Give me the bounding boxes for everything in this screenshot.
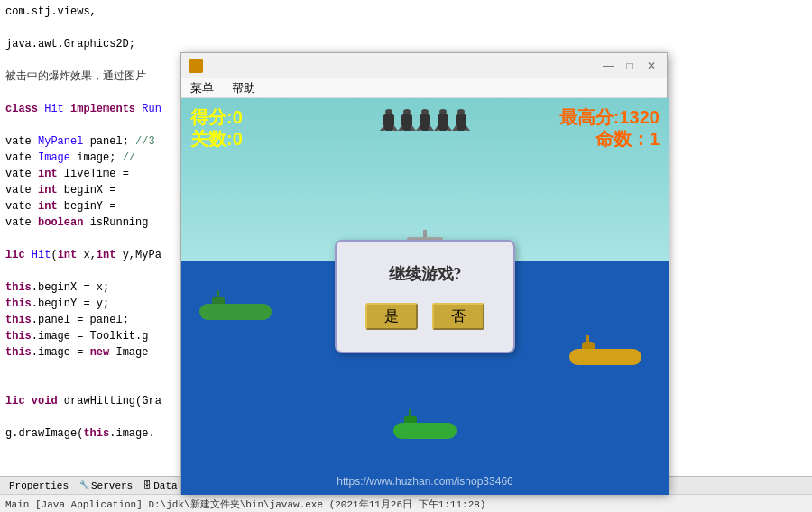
game-icon	[189, 59, 203, 73]
code-line: lic Hit(int x,int y,MyPa	[5, 247, 175, 263]
code-line: vate boolean isRunning	[5, 215, 175, 231]
tab-properties[interactable]: Properties	[4, 479, 74, 493]
window-controls: — □ ✕	[600, 58, 660, 74]
code-line: java.awt.Graphics2D;	[5, 36, 175, 52]
code-line	[5, 409, 175, 425]
code-line: class Hit implements Run	[5, 101, 175, 117]
dialog-no-button[interactable]: 否	[432, 303, 484, 330]
code-line	[5, 20, 175, 36]
game-canvas: 得分:0 关数:0 最高分:1320 命数：1	[181, 98, 669, 495]
bombs-row	[382, 109, 468, 134]
bomb-5	[454, 109, 468, 134]
code-line: this.image = new Image	[5, 344, 175, 361]
hud-lives: 命数：1	[595, 127, 660, 151]
code-line	[5, 361, 175, 377]
watermark: https://www.huzhan.com/ishop33466	[337, 475, 512, 488]
submarine-green	[199, 297, 272, 324]
status-info: Main [Java Application] D:\jdk\新建文件夹\bin…	[0, 495, 812, 512]
dialog-yes-button[interactable]: 是	[365, 303, 418, 330]
code-line: this.panel = panel;	[5, 312, 175, 328]
code-line	[5, 52, 175, 69]
bomb-3	[418, 109, 432, 134]
code-line: vate int beginX =	[5, 182, 175, 198]
code-line: this.beginX = x;	[5, 279, 175, 296]
bomb-4	[436, 109, 450, 134]
minimize-button[interactable]: —	[600, 58, 616, 74]
code-line: 被击中的爆炸效果，通过图片	[5, 69, 175, 85]
menu-help[interactable]: 帮助	[228, 78, 259, 98]
code-line: g.drawImage(this.image.	[5, 425, 175, 442]
code-line: vate Image image; //	[5, 150, 175, 166]
submarine-yellow	[569, 342, 641, 369]
hud-highscore: 最高分:1320	[559, 105, 660, 130]
dialog-buttons: 是 否	[365, 303, 484, 330]
dialog-box: 继续游戏? 是 否	[335, 240, 515, 353]
code-line: lic void drawHitting(Gra	[5, 393, 175, 409]
code-line	[5, 85, 175, 101]
code-line: this.image = Toolkit.g	[5, 328, 175, 344]
hud-level: 关数:0	[190, 127, 243, 151]
bomb-1	[382, 109, 396, 134]
code-line	[5, 117, 175, 133]
game-titlebar: — □ ✕	[181, 53, 667, 78]
code-line: vate int liveTime =	[5, 166, 175, 182]
code-line: this.beginY = y;	[5, 296, 175, 312]
menu-game[interactable]: 菜单	[187, 78, 217, 98]
close-button[interactable]: ✕	[643, 58, 660, 74]
code-editor: com.stj.views, java.awt.Graphics2D; 被击中的…	[0, 0, 180, 460]
hud-score: 得分:0	[190, 105, 243, 130]
code-line: com.stj.views,	[5, 4, 175, 20]
tab-servers[interactable]: 🔧 Servers	[74, 479, 138, 493]
game-window: — □ ✕ 菜单 帮助 得分:0 关数:0 最高分:1320 命数：1	[180, 52, 668, 494]
maximize-button[interactable]: □	[622, 58, 638, 74]
dialog-title: 继续游戏?	[365, 263, 484, 285]
game-menubar: 菜单 帮助	[181, 78, 667, 98]
bomb-2	[400, 109, 414, 134]
code-line: vate int beginY =	[5, 198, 175, 215]
code-line: vate MyPanel panel; //3	[5, 133, 175, 150]
code-line	[5, 231, 175, 247]
submarine-bottom	[393, 416, 457, 441]
code-line	[5, 263, 175, 279]
code-line	[5, 377, 175, 393]
